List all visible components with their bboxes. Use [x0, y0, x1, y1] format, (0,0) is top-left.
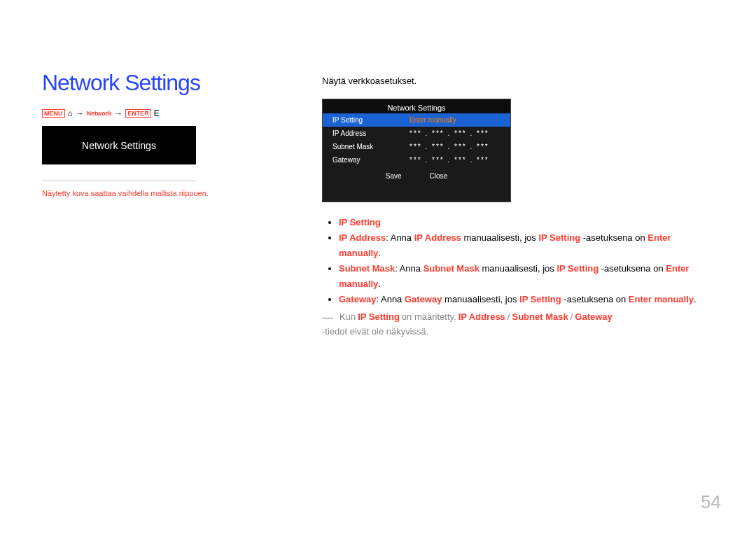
bullet-red: IP Setting: [556, 263, 598, 274]
note-red: IP Address: [458, 311, 505, 324]
bullet-red: IP Setting: [538, 232, 580, 243]
bullet-text: -asetuksena on: [580, 232, 648, 243]
ipsetting-label: IP Setting: [332, 116, 410, 124]
arrow-icon: →: [76, 108, 84, 118]
bullet-text: .: [694, 294, 696, 304]
bullet-red: Subnet Mask: [424, 263, 479, 274]
bullet-red: IP Address: [414, 232, 461, 243]
note-red: Gateway: [575, 311, 612, 324]
bullet-label: Subnet Mask: [339, 263, 395, 274]
bullet-text: -asetuksena on: [561, 294, 629, 304]
bullet-text: .: [378, 279, 381, 289]
save-button[interactable]: Save: [386, 172, 402, 180]
note-red: Subnet Mask: [512, 311, 568, 324]
note-line: ― Kun IP Setting on määritetty, IP Addre…: [322, 311, 714, 337]
bullet-red: Gateway: [405, 294, 442, 304]
panel-row-ipaddress[interactable]: IP Address *** . *** . *** . ***: [323, 127, 510, 140]
bullet-text: : Anna: [376, 294, 404, 304]
bullet-red: IP Setting: [519, 294, 561, 304]
disclaimer-text: Näytetty kuva saattaa vaihdella mallista…: [42, 189, 209, 197]
bullet-text: manuaalisesti, jos: [461, 232, 539, 243]
bullet-text: manuaalisesti, jos: [442, 294, 519, 304]
bullet-label: IP Setting: [339, 217, 381, 227]
bullet-text: manuaalisesti, jos: [479, 263, 557, 274]
note-text: /: [570, 311, 573, 324]
divider: [42, 181, 196, 181]
note-text: /: [507, 311, 510, 324]
bullet-red: Enter manually: [629, 294, 694, 304]
list-item: IP Setting: [339, 215, 714, 230]
gateway-label: Gateway: [332, 156, 410, 164]
home-icon: ⌂: [68, 108, 73, 118]
intro-text: Näytä verkkoasetukset.: [322, 76, 714, 86]
bullet-text: .: [378, 248, 381, 258]
panel-row-subnet[interactable]: Subnet Mask *** . *** . *** . ***: [323, 140, 510, 153]
subnet-value: *** . *** . *** . ***: [410, 143, 500, 150]
note-text: -tiedot eivät ole näkyvissä.: [322, 326, 428, 337]
panel-button-row: Save Close: [323, 167, 510, 185]
enter-icon: ENTER: [125, 109, 151, 118]
right-column: Näytä verkkoasetukset. Network Settings …: [322, 76, 714, 337]
ipaddress-label: IP Address: [332, 129, 410, 137]
close-button[interactable]: Close: [430, 172, 448, 180]
ipsetting-value: Enter manually: [410, 116, 456, 124]
menu-box-label: Network Settings: [82, 140, 156, 151]
enter-e: E: [154, 108, 160, 118]
menu-preview-box: Network Settings: [42, 126, 196, 164]
note-red: IP Setting: [358, 311, 400, 324]
menu-icon: MENU: [42, 109, 65, 118]
bullet-list: IP Setting IP Address: Anna IP Address m…: [339, 215, 714, 307]
page-number: 54: [701, 491, 721, 513]
network-settings-panel: Network Settings IP Setting Enter manual…: [322, 99, 511, 202]
note-text: Kun: [340, 311, 356, 324]
list-item: Subnet Mask: Anna Subnet Mask manuaalise…: [339, 261, 714, 292]
nav-label: Network: [87, 110, 112, 117]
arrow-icon: →: [114, 108, 122, 118]
subnet-label: Subnet Mask: [332, 143, 410, 150]
panel-row-gateway[interactable]: Gateway *** . *** . *** . ***: [323, 153, 510, 167]
bullet-label: Gateway: [339, 294, 376, 304]
bullet-text: : Anna: [386, 232, 414, 243]
list-item: IP Address: Anna IP Address manuaalisest…: [339, 230, 714, 261]
page-title: Network Settings: [42, 70, 200, 96]
nav-path: MENU ⌂ → Network → ENTER E: [42, 108, 160, 118]
dash-icon: ―: [322, 311, 333, 324]
note-text: on määritetty,: [402, 311, 456, 324]
panel-title: Network Settings: [323, 99, 510, 113]
bullet-text: : Anna: [395, 263, 423, 274]
ipaddress-value: *** . *** . *** . ***: [410, 129, 500, 137]
panel-row-ipsetting[interactable]: IP Setting Enter manually: [323, 113, 510, 127]
list-item: Gateway: Anna Gateway manuaalisesti, jos…: [339, 292, 714, 307]
bullet-text: -asetuksena on: [598, 263, 666, 274]
bullet-label: IP Address: [339, 232, 386, 243]
gateway-value: *** . *** . *** . ***: [410, 156, 500, 164]
